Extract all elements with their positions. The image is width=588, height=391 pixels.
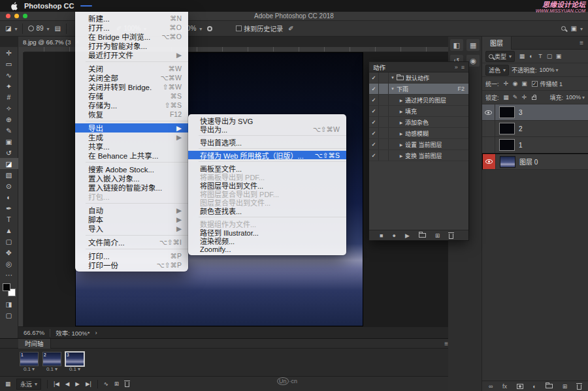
expand-toggle-icon[interactable]: ▶ [397, 120, 405, 125]
filter-pixel-icon[interactable]: ▦ [517, 53, 527, 59]
action-row[interactable]: ✓ ▶ 添加杂色 [369, 117, 468, 128]
play-icon[interactable]: ▶ [405, 232, 410, 239]
menubar-item[interactable] [80, 5, 92, 7]
menu-item[interactable]: 共享... [75, 142, 188, 151]
link-layers-icon[interactable]: ∞ [489, 383, 493, 390]
zoom-tool[interactable]: ◎ [0, 258, 18, 269]
layer-row[interactable]: 1 [482, 137, 588, 153]
menubar-item[interactable] [139, 5, 151, 7]
menu-item[interactable]: 在 Behance 上共享... [75, 151, 188, 160]
menu-item[interactable]: 打包... [75, 192, 188, 201]
clone-stamp-tool[interactable]: ▣ [0, 136, 18, 147]
menubar-item[interactable] [186, 5, 198, 7]
menu-item[interactable]: 关闭全部 ⌥⌘W [75, 73, 188, 82]
menu-item[interactable]: 生成 ▶ [75, 133, 188, 142]
action-dialog-toggle[interactable] [379, 106, 389, 116]
expand-toggle-icon[interactable]: ▶ [397, 98, 405, 102]
blur-tool[interactable]: ⊙ [0, 180, 18, 191]
action-enabled-check[interactable]: ✓ [369, 150, 379, 161]
action-row[interactable]: ✓ ▼ 下雨 F2 [369, 84, 468, 95]
pressure-size-toggle[interactable]: ✐ [288, 25, 293, 32]
menu-item[interactable]: 关闭并转到 Bridge... ⇧⌘W [75, 82, 188, 91]
move-tool[interactable]: ✛ [0, 47, 18, 58]
quick-selection-tool[interactable]: ✦ [0, 80, 18, 91]
menu-item[interactable]: 存储为 Web 所用格式（旧版）... ⌥⇧⌘S [188, 151, 346, 159]
brush-tool[interactable]: ✎ [0, 125, 18, 136]
gradient-tool[interactable]: ▧ [0, 169, 18, 180]
action-row[interactable]: ✓ ▶ 通过拷贝的图层 [369, 95, 468, 106]
action-row[interactable]: ✓ ▶ 变换 当前图层 [369, 150, 468, 161]
menu-item[interactable]: 脚本 ▶ [75, 215, 188, 224]
status-menu-arrow[interactable]: › [95, 329, 97, 336]
menubar-item[interactable] [92, 5, 104, 7]
marquee-tool[interactable]: ▭ [0, 58, 18, 69]
adjustment-layer-icon[interactable]: ◐ [532, 383, 536, 390]
menu-item[interactable]: 打印... ⌘P [75, 251, 188, 260]
action-enabled-check[interactable]: ✓ [369, 84, 379, 94]
loop-selector[interactable]: 永远 [16, 379, 41, 390]
edit-toolbar-icon[interactable]: ⋯ [0, 269, 18, 280]
color-swatches[interactable] [3, 283, 16, 296]
erase-to-history-option[interactable]: 抹到历史记录 [236, 23, 283, 33]
record-icon[interactable]: ● [392, 232, 395, 239]
filter-adjustment-icon[interactable]: ◐ [527, 53, 536, 59]
unify-style-icon[interactable]: ▣ [520, 80, 529, 87]
visibility-toggle[interactable] [483, 154, 496, 169]
expand-toggle-icon[interactable]: ▶ [397, 153, 405, 158]
filter-shape-icon[interactable]: ▢ [545, 53, 554, 59]
healing-brush-tool[interactable]: ⊕ [0, 114, 18, 125]
filter-type-icon[interactable]: T [536, 53, 545, 59]
new-group-icon[interactable] [546, 384, 553, 388]
action-row[interactable]: ✓ ▶ 动感模糊 [369, 128, 468, 139]
opacity-field[interactable]: 100% [540, 67, 559, 73]
lock-all-icon[interactable] [532, 97, 536, 100]
play-button[interactable]: ▶ [75, 381, 80, 387]
panel-menu-icon[interactable]: ≡ [461, 64, 465, 70]
menubar-item[interactable] [116, 5, 127, 7]
hand-tool[interactable]: ✥ [0, 247, 18, 258]
frame-delay[interactable]: 0.1 [20, 366, 39, 372]
brush-picker[interactable]: 89 [28, 25, 49, 32]
action-row[interactable]: ✓ ▼ 默认动作 [369, 72, 468, 84]
menubar-item[interactable] [127, 5, 139, 7]
expand-toggle-icon[interactable]: ▶ [397, 131, 405, 136]
action-enabled-check[interactable]: ✓ [369, 128, 379, 138]
vertical-ruler[interactable] [18, 52, 24, 326]
delete-action-icon[interactable] [449, 234, 453, 239]
menu-item[interactable]: 导入 ▶ [75, 224, 188, 233]
menu-item[interactable]: 颜色查找表... [188, 206, 346, 215]
action-enabled-check[interactable]: ✓ [369, 95, 379, 105]
first-frame-button[interactable]: |◀ [54, 381, 59, 387]
lock-position-icon[interactable]: ✛ [520, 94, 529, 101]
fill-field[interactable]: 100% [566, 94, 585, 101]
menu-item[interactable]: 恢复 F12 [75, 110, 188, 119]
foreground-color-swatch[interactable] [3, 283, 10, 291]
checkbox[interactable] [236, 25, 242, 31]
tool-preset-picker[interactable]: ◪ [5, 25, 17, 32]
screen-mode-icon[interactable]: ▢ [0, 309, 18, 321]
menu-item[interactable]: 在 Bridge 中浏览... ⌥⌘O [75, 32, 188, 41]
type-tool[interactable]: T [0, 213, 18, 225]
frame-delay[interactable]: 0.1 [42, 366, 61, 372]
action-dialog-toggle[interactable] [379, 84, 389, 94]
unify-visibility-icon[interactable]: ◉ [511, 80, 520, 87]
menu-item[interactable]: 置入链接的智能对象... [75, 183, 188, 192]
workspace-switcher[interactable]: ▣ [571, 25, 583, 32]
expand-toggle-icon[interactable]: ▶ [397, 109, 405, 114]
previous-frame-button[interactable]: ◀ [65, 381, 70, 387]
expand-toggle-icon[interactable]: ▼ [389, 76, 397, 80]
menu-item[interactable]: 渲染视频... [188, 236, 346, 245]
color-panel-icon[interactable]: ◧ [450, 39, 463, 51]
delete-frame-icon[interactable] [125, 382, 129, 387]
menubar-item[interactable] [198, 5, 210, 7]
pen-tool[interactable]: ✒ [0, 202, 18, 213]
menu-item[interactable]: 存储 ⌘S [75, 91, 188, 101]
new-set-icon[interactable] [419, 233, 426, 238]
action-enabled-check[interactable]: ✓ [369, 139, 379, 149]
path-selection-tool[interactable]: ▲ [0, 225, 18, 236]
gear-icon[interactable] [207, 26, 212, 31]
menu-item[interactable]: 最近打开文件 ▶ [75, 50, 188, 59]
properties-panel-icon[interactable]: ◉ [466, 55, 480, 67]
animation-frame[interactable]: 3 0.1 [65, 352, 86, 376]
panel-menu-icon[interactable]: ≡ [580, 39, 583, 46]
